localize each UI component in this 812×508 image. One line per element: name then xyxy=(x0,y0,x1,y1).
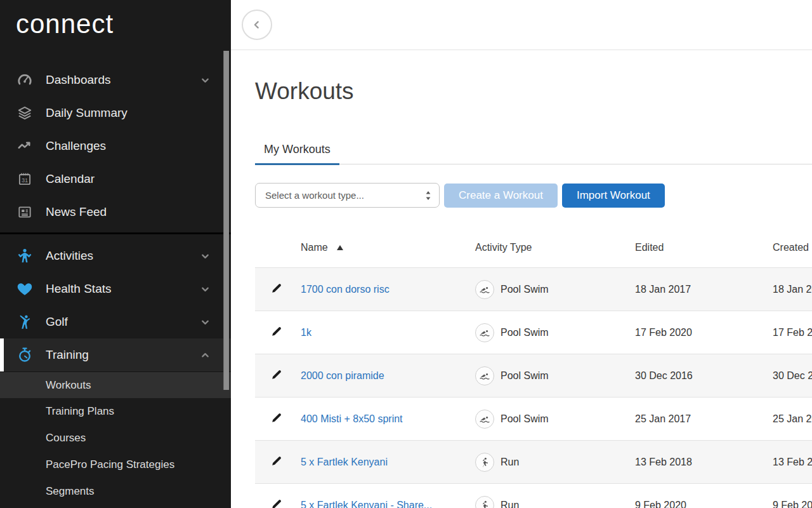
created-date: 13 Feb 2018 xyxy=(773,457,812,468)
edit-workout-button[interactable] xyxy=(270,282,284,296)
pencil-icon xyxy=(270,498,283,508)
edited-date: 30 Dec 2016 xyxy=(635,370,773,382)
run-icon xyxy=(475,453,494,472)
workout-row: 2000 con piramide Pool Swim 30 Dec 2016 … xyxy=(255,354,812,397)
activity-type-cell: Run xyxy=(475,453,635,472)
chevron-down-icon xyxy=(200,251,210,261)
chevron-icon xyxy=(200,109,210,118)
sidebar-item[interactable]: Activities xyxy=(0,239,231,272)
sidebar-item[interactable]: Challenges xyxy=(0,130,231,163)
edit-cell xyxy=(255,325,301,340)
workout-name-link[interactable]: 1k xyxy=(301,327,311,338)
created-date: 25 Jan 2017 xyxy=(773,413,812,425)
run-icon xyxy=(475,496,494,508)
tab-label: My Workouts xyxy=(264,143,331,156)
activity-type-label: Run xyxy=(501,500,519,508)
column-header-name[interactable]: Name xyxy=(301,242,475,253)
name-cell: 1k xyxy=(301,327,475,338)
sidebar-item-label: Health Stats xyxy=(46,282,112,296)
column-header-activity-type[interactable]: Activity Type xyxy=(475,242,635,253)
back-button[interactable] xyxy=(242,10,272,40)
name-cell: 2000 con piramide xyxy=(301,370,475,382)
layers-icon xyxy=(16,105,33,121)
stopwatch-icon xyxy=(16,347,33,363)
sidebar-item[interactable]: Dashboards xyxy=(0,64,231,97)
workout-name-link[interactable]: 1700 con dorso risc xyxy=(301,284,390,295)
activity-type-label: Pool Swim xyxy=(501,327,549,338)
sidebar-item[interactable]: Training xyxy=(0,338,231,371)
edit-workout-button[interactable] xyxy=(270,368,284,382)
chevron-down-icon xyxy=(200,284,210,294)
edit-workout-button[interactable] xyxy=(270,411,284,425)
activity-type-cell: Pool Swim xyxy=(475,366,635,385)
svg-text:31: 31 xyxy=(22,177,28,184)
edited-date: 25 Jan 2017 xyxy=(635,413,773,425)
chevron-left-icon xyxy=(250,18,264,32)
edit-workout-button[interactable] xyxy=(270,498,284,508)
import-workout-button[interactable]: Import Workout xyxy=(562,184,665,208)
sort-ascending-icon xyxy=(337,245,343,250)
name-cell: 1700 con dorso risc xyxy=(301,284,475,295)
edit-workout-button[interactable] xyxy=(270,325,284,339)
sidebar-scrollbar[interactable] xyxy=(223,51,229,390)
edited-date: 18 Jan 2017 xyxy=(635,284,773,295)
table-header: Name Activity Type Edited Created xyxy=(255,227,812,267)
sidebar-item[interactable]: Health Stats xyxy=(0,272,231,305)
sidebar-subitem[interactable]: PacePro Pacing Strategies xyxy=(0,451,231,478)
tab-my-workouts[interactable]: My Workouts xyxy=(255,143,339,164)
sidebar-item[interactable]: News Feed xyxy=(0,196,231,229)
edit-workout-button[interactable] xyxy=(270,455,284,469)
created-date: 9 Feb 2020 xyxy=(773,500,812,508)
sidebar-item-label: Training xyxy=(46,348,89,362)
edited-date: 17 Feb 2020 xyxy=(635,327,773,338)
name-cell: 5 x Fartlek Kenyani xyxy=(301,457,475,468)
page-title: Workouts xyxy=(255,77,812,106)
sidebar-item[interactable]: 31 Calendar xyxy=(0,163,231,196)
sidebar-item-label: Activities xyxy=(46,249,93,263)
activity-type-label: Pool Swim xyxy=(501,370,549,382)
sidebar-item-label: Golf xyxy=(46,315,68,329)
name-cell: 400 Misti + 8x50 sprint xyxy=(301,413,475,425)
created-date: 17 Feb 2020 xyxy=(773,327,812,338)
pulse-icon xyxy=(16,138,33,154)
workout-controls: Select a workout type... Create a Workou… xyxy=(255,183,812,208)
create-workout-button[interactable]: Create a Workout xyxy=(444,184,558,208)
calendar-icon: 31 xyxy=(16,171,33,187)
column-header-created[interactable]: Created xyxy=(773,242,812,253)
sidebar-item[interactable]: Golf xyxy=(0,305,231,338)
sidebar-subitem[interactable]: Segments xyxy=(0,478,231,505)
workout-row: 5 x Fartlek Kenyani - Share... Run 9 Feb… xyxy=(255,483,812,508)
chevron-up-icon xyxy=(200,351,210,360)
news-icon xyxy=(16,204,33,220)
sidebar-main-nav: Dashboards Daily Summary Challenges 31 C… xyxy=(0,64,231,229)
gauge-icon xyxy=(16,72,33,88)
workouts-table: Name Activity Type Edited Created 1700 c… xyxy=(255,227,812,508)
workout-row: 1700 con dorso risc Pool Swim 18 Jan 201… xyxy=(255,267,812,311)
workout-name-link[interactable]: 400 Misti + 8x50 sprint xyxy=(301,413,403,424)
sidebar-subitem[interactable]: Courses xyxy=(0,425,231,451)
pencil-icon xyxy=(270,368,283,381)
sidebar-item[interactable]: Daily Summary xyxy=(0,97,231,130)
activity-type-cell: Pool Swim xyxy=(475,323,635,342)
sidebar-subitem-label: Training Plans xyxy=(46,405,114,418)
workout-name-link[interactable]: 2000 con piramide xyxy=(301,370,384,381)
column-header-edited[interactable]: Edited xyxy=(635,242,773,253)
activity-type-label: Pool Swim xyxy=(501,413,549,425)
table-body: 1700 con dorso risc Pool Swim 18 Jan 201… xyxy=(255,267,812,508)
swim-icon xyxy=(475,410,494,429)
pencil-icon xyxy=(270,325,283,338)
workout-row: 5 x Fartlek Kenyani Run 13 Feb 2018 13 F… xyxy=(255,440,812,483)
tab-bar: My Workouts xyxy=(255,143,812,164)
sidebar-item-label: News Feed xyxy=(46,205,107,219)
workout-type-select[interactable]: Select a workout type... xyxy=(255,183,440,208)
sidebar-subitem[interactable]: Training Plans xyxy=(0,398,231,425)
edited-date: 9 Feb 2020 xyxy=(635,500,773,508)
pencil-icon xyxy=(270,455,283,467)
main-content: Workouts My Workouts Select a workout ty… xyxy=(231,0,812,508)
sidebar-subitem[interactable]: Workouts xyxy=(0,371,231,398)
chevron-icon xyxy=(200,208,210,217)
chevron-down-icon xyxy=(200,76,210,85)
heart-icon xyxy=(16,281,33,297)
workout-name-link[interactable]: 5 x Fartlek Kenyani - Share... xyxy=(301,500,432,508)
workout-name-link[interactable]: 5 x Fartlek Kenyani xyxy=(301,457,388,467)
